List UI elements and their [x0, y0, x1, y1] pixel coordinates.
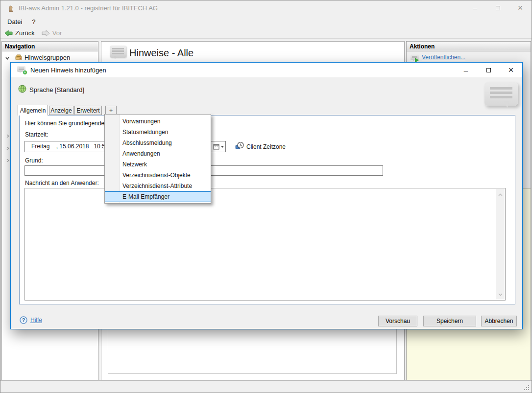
dialog-titlebar: + Neuen Hinweis hinzufügen – ×	[11, 63, 522, 77]
help-link[interactable]: Hilfe	[30, 317, 42, 324]
window-title: IBI-aws Admin 1.21.0 - registriert für I…	[19, 4, 158, 12]
message-textarea[interactable]	[24, 188, 506, 301]
statusbar	[0, 380, 532, 393]
reason-label: Grund:	[25, 157, 43, 164]
publish-action[interactable]: Veröffentlichen...	[411, 54, 465, 61]
resize-grip-icon[interactable]	[528, 389, 529, 390]
svg-text:?: ?	[22, 318, 25, 323]
chevron-right-icon[interactable]	[5, 133, 10, 138]
notice-bubble-icon	[110, 46, 126, 58]
minimize-button[interactable]: –	[464, 0, 486, 16]
help-row[interactable]: ? Hilfe	[20, 316, 42, 324]
publish-icon	[411, 54, 419, 60]
add-notice-dialog: + Neuen Hinweis hinzufügen – × Sprache […	[10, 62, 523, 329]
content-header: Hinweise - Alle	[101, 42, 404, 64]
chevron-down-icon[interactable]	[5, 55, 10, 60]
actions-header: Aktionen	[407, 42, 531, 51]
menu-item-selected[interactable]: E-Mail Empfänger	[105, 191, 211, 202]
message-label: Nachricht an den Anwender:	[25, 180, 99, 186]
general-tab-page: Hier können Sie grundlegende Ei Startzei…	[19, 115, 515, 304]
scroll-down-icon[interactable]	[498, 291, 503, 298]
dialog-close-button[interactable]: ×	[500, 63, 522, 77]
publish-link[interactable]: Veröffentlichen...	[422, 54, 465, 61]
menu-help[interactable]: ?	[27, 16, 40, 27]
menu-item[interactable]: Verzeichnisdienst-Objekte	[105, 170, 211, 181]
dialog-maximize-icon	[486, 68, 491, 72]
menu-item[interactable]: Vorwarnungen	[105, 116, 211, 127]
app-icon	[7, 4, 15, 14]
chevron-right-icon[interactable]	[5, 158, 10, 162]
back-label: Zurück	[15, 29, 35, 37]
menu-item[interactable]: Statusmeldungen	[105, 127, 211, 138]
main-titlebar: IBI-aws Admin 1.21.0 - registriert für I…	[0, 0, 532, 16]
add-tab-popup-menu: Vorwarnungen Statusmeldungen Abschlussme…	[104, 114, 211, 204]
maximize-icon	[496, 6, 500, 10]
scroll-up-icon[interactable]	[498, 191, 503, 198]
client-timezone-label: Client Zeitzone	[246, 143, 286, 150]
globe-icon	[18, 85, 26, 94]
navigation-header: Navigation	[2, 42, 98, 51]
client-timezone-icon	[235, 141, 244, 151]
vertical-scrollbar[interactable]	[496, 189, 505, 300]
close-button[interactable]: ×	[509, 0, 532, 16]
dialog-icon: +	[17, 66, 25, 72]
forward-button[interactable]: Vor	[42, 29, 62, 37]
back-arrow-icon	[4, 30, 13, 37]
maximize-button[interactable]	[486, 0, 509, 16]
calendar-dropdown-button[interactable]	[211, 141, 226, 152]
preview-button[interactable]: Vorschau	[378, 316, 417, 326]
watermark-bubble-icon	[484, 82, 518, 106]
hinweisgruppen-icon	[15, 53, 23, 63]
help-icon: ?	[20, 316, 27, 324]
menu-item[interactable]: Netzwerk	[105, 159, 211, 170]
tree-item-label: Hinweisgruppen	[24, 54, 70, 61]
save-button[interactable]: Speichern	[423, 316, 476, 326]
forward-arrow-icon	[42, 30, 50, 37]
page-title: Hinweise - Alle	[129, 47, 193, 59]
menubar: Datei ?	[0, 16, 532, 28]
menu-item[interactable]: Abschlussmeldung	[105, 138, 211, 148]
tab-allgemein[interactable]: Allgemein	[18, 105, 48, 116]
language-label[interactable]: Sprache [Standard]	[29, 86, 84, 93]
dialog-minimize-button[interactable]: –	[455, 63, 477, 77]
dialog-maximize-button[interactable]	[477, 63, 500, 77]
menu-item[interactable]: Anwendungen	[105, 148, 211, 159]
start-time-label: Startzeit:	[25, 131, 48, 138]
forward-label: Vor	[52, 29, 62, 37]
menu-datei[interactable]: Datei	[2, 16, 27, 27]
tab-anzeige[interactable]: Anzeige	[49, 106, 73, 115]
calendar-icon	[213, 143, 219, 150]
app-window: IBI-aws Admin 1.21.0 - registriert für I…	[0, 0, 532, 393]
plus-badge-icon: +	[23, 70, 27, 75]
back-button[interactable]: Zurück	[4, 29, 35, 37]
chevron-right-icon[interactable]	[5, 145, 10, 150]
dialog-title: Neuen Hinweis hinzufügen	[30, 67, 106, 74]
tab-erweitert[interactable]: Erweitert	[74, 106, 102, 115]
dropdown-caret-icon	[221, 146, 224, 149]
cancel-button[interactable]: Abbrechen	[481, 316, 517, 326]
intro-text: Hier können Sie grundlegende Ei	[25, 120, 111, 127]
menu-item[interactable]: Verzeichnisdienst-Attribute	[105, 181, 211, 191]
toolbar: Zurück Vor	[0, 28, 532, 39]
